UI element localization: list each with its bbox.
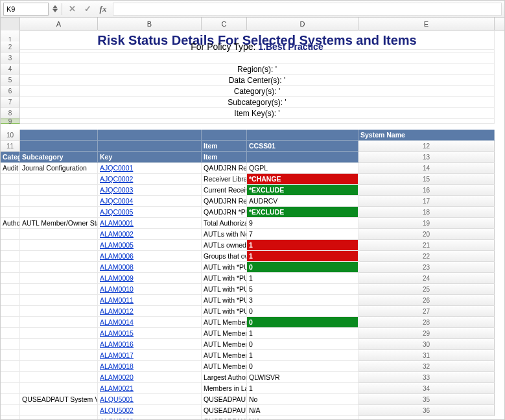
row-header[interactable]: 19 (358, 218, 495, 229)
subcategory-cell[interactable] (20, 405, 98, 416)
item-cell[interactable]: QAUDJRN *PUBLIC Authority (202, 207, 247, 218)
category-cell[interactable] (1, 229, 20, 240)
value-cell[interactable]: 1 (247, 240, 358, 251)
value-cell[interactable]: 0 (247, 339, 358, 350)
value-cell[interactable]: *EXCLUDE (247, 185, 358, 196)
category-cell[interactable] (1, 174, 20, 185)
row-header[interactable]: 35 (358, 394, 495, 405)
subcategory-cell[interactable] (20, 361, 98, 372)
row-header[interactable]: 13 (358, 152, 495, 163)
row-header[interactable]: 25 (358, 284, 495, 295)
row-header[interactable]: 20 (358, 229, 495, 240)
item-key-cell[interactable]: ALQU5002 (98, 405, 202, 416)
category-cell[interactable] (1, 394, 20, 405)
item-cell[interactable]: Total Authorization Lists (202, 218, 247, 229)
value-cell[interactable]: QGPL (247, 163, 358, 174)
sheet-area[interactable]: 1Risk Status Details For Selected System… (1, 30, 504, 420)
cancel-button[interactable]: ✕ (66, 3, 78, 15)
item-key-link[interactable]: ALAM0016 (100, 340, 134, 348)
item-key-cell[interactable]: ALAM0009 (98, 273, 202, 284)
item-key-cell[interactable]: ALAM0012 (98, 306, 202, 317)
filter-label[interactable]: Data Center(s): ' (20, 75, 495, 86)
subcategory-cell[interactable] (20, 416, 98, 420)
row-header[interactable]: 36 (358, 405, 495, 416)
subcategory-cell[interactable] (20, 229, 98, 240)
subcategory-cell[interactable] (20, 262, 98, 273)
confirm-button[interactable]: ✓ (82, 3, 93, 15)
subcategory-cell[interactable] (20, 207, 98, 218)
select-all-corner[interactable] (1, 18, 20, 30)
category-cell[interactable] (1, 361, 20, 372)
item-cell[interactable]: AUTL Members = USER DEF (202, 361, 247, 372)
header-cell[interactable]: Item (202, 141, 247, 152)
item-key-link[interactable]: ALAM0010 (100, 285, 134, 293)
header-item-key[interactable]: Key (98, 152, 202, 163)
header-cell[interactable] (20, 141, 98, 152)
header-subcategory[interactable]: Subcategory (20, 152, 98, 163)
row-header[interactable]: 2 (1, 41, 20, 52)
row-header[interactable]: 14 (358, 163, 495, 174)
item-key-cell[interactable]: AJQC0001 (98, 163, 202, 174)
category-cell[interactable] (1, 207, 20, 218)
row-header[interactable]: 29 (358, 328, 495, 339)
item-cell[interactable]: AUTL Members = *EXCLUDE (202, 339, 247, 350)
row-header[interactable]: 17 (358, 196, 495, 207)
row-header[interactable]: 28 (358, 317, 495, 328)
row-header[interactable]: 4 (1, 64, 20, 75)
value-cell[interactable]: 9 (247, 218, 358, 229)
item-key-link[interactable]: ALAM0017 (100, 351, 134, 359)
subcategory-cell[interactable]: QUSEADPAUT System Value (20, 394, 98, 405)
item-key-cell[interactable]: ALAM0016 (98, 339, 202, 350)
item-key-link[interactable]: ALAM0020 (100, 373, 134, 381)
item-key-cell[interactable]: ALQU5003 (98, 416, 202, 420)
item-key-cell[interactable]: ALAM0006 (98, 251, 202, 262)
item-key-link[interactable]: ALAM0005 (100, 241, 134, 249)
item-cell[interactable]: Members in Largest AUTL (202, 383, 247, 394)
value-cell[interactable]: 0 (247, 262, 358, 273)
row-header[interactable]: 16 (358, 185, 495, 196)
category-cell[interactable] (1, 383, 20, 394)
row-header[interactable]: 23 (358, 262, 495, 273)
category-cell[interactable]: Audit Journal (1, 163, 20, 174)
item-key-cell[interactable]: ALAM0005 (98, 240, 202, 251)
item-key-cell[interactable]: ALAM0018 (98, 361, 202, 372)
item-key-cell[interactable]: ALAM0021 (98, 383, 202, 394)
header-system-value[interactable]: CCSS01 (247, 141, 358, 152)
category-cell[interactable] (1, 372, 20, 383)
subcategory-cell[interactable] (20, 317, 98, 328)
category-cell[interactable] (1, 339, 20, 350)
subcategory-cell[interactable]: AUTL Member/Owner Stats (20, 218, 98, 229)
subcategory-cell[interactable] (20, 273, 98, 284)
item-cell[interactable]: QAUDJRN Receiver Library (202, 163, 247, 174)
row-header[interactable]: 27 (358, 306, 495, 317)
filter-label[interactable]: Subcategory(s): ' (20, 97, 495, 108)
item-key-link[interactable]: AJQC0001 (100, 164, 133, 172)
item-key-cell[interactable]: AJQC0004 (98, 196, 202, 207)
header-cell[interactable] (98, 141, 202, 152)
value-cell[interactable]: 1 (247, 273, 358, 284)
item-cell[interactable]: AUTLs owned by a Group (202, 240, 247, 251)
item-key-link[interactable]: ALAM0001 (100, 219, 134, 227)
category-cell[interactable] (1, 405, 20, 416)
subcategory-cell[interactable]: Journal Configuration (20, 163, 98, 174)
row-header[interactable]: 9 (1, 119, 20, 124)
subcategory-cell[interactable] (20, 383, 98, 394)
item-key-cell[interactable]: ALAM0020 (98, 372, 202, 383)
item-cell[interactable]: QUSEADPAUT with AUTL ? (202, 394, 247, 405)
value-cell[interactable]: QLWISVR (247, 372, 358, 383)
value-cell[interactable]: 5 (247, 284, 358, 295)
col-header-a[interactable]: A (20, 18, 98, 30)
category-cell[interactable] (1, 317, 20, 328)
category-cell[interactable] (1, 185, 20, 196)
category-cell[interactable] (1, 306, 20, 317)
category-cell[interactable] (1, 251, 20, 262)
item-key-cell[interactable]: AJQC0003 (98, 185, 202, 196)
row-header[interactable]: 30 (358, 339, 495, 350)
row-header[interactable]: 3 (1, 52, 20, 64)
item-key-cell[interactable]: ALQU5001 (98, 394, 202, 405)
subcategory-cell[interactable] (20, 185, 98, 196)
header-cell[interactable] (98, 130, 202, 141)
filter-label[interactable]: Region(s): ' (20, 64, 495, 75)
row-header[interactable]: 32 (358, 361, 495, 372)
category-cell[interactable] (1, 284, 20, 295)
